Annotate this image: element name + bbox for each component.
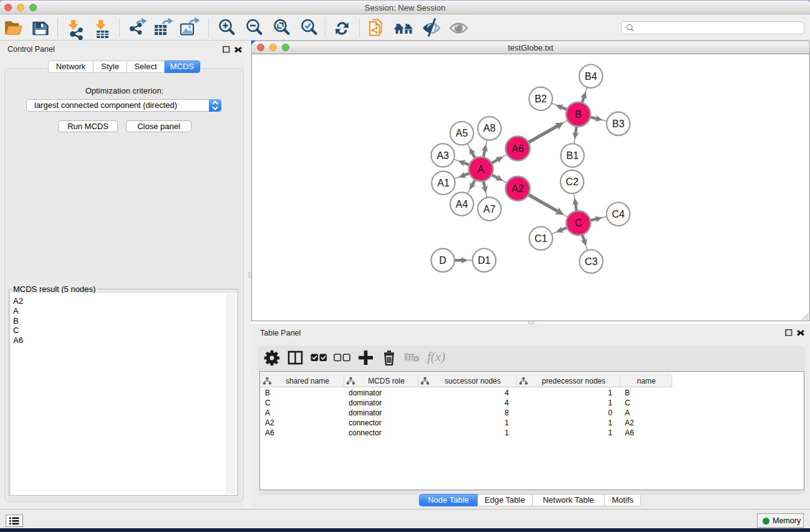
svg-text:A1: A1: [437, 178, 450, 188]
svg-text:B3: B3: [612, 118, 625, 129]
svg-text:C4: C4: [612, 209, 625, 220]
svg-text:C3: C3: [585, 256, 598, 267]
svg-text:A6: A6: [512, 143, 524, 154]
svg-text:D1: D1: [478, 255, 491, 266]
svg-text:A3: A3: [436, 150, 449, 161]
svg-text:C: C: [575, 218, 582, 228]
svg-text:A5: A5: [456, 128, 468, 138]
svg-text:D: D: [439, 255, 446, 266]
svg-text:A7: A7: [483, 204, 496, 215]
svg-text:B4: B4: [585, 71, 597, 82]
svg-text:A: A: [478, 164, 485, 175]
svg-text:A2: A2: [512, 183, 524, 194]
svg-text:B: B: [575, 109, 582, 120]
svg-text:C2: C2: [566, 177, 579, 187]
svg-text:C1: C1: [534, 233, 547, 244]
svg-text:B2: B2: [534, 94, 547, 104]
svg-text:A8: A8: [483, 123, 496, 133]
svg-text:B1: B1: [566, 150, 579, 161]
svg-text:A4: A4: [456, 199, 468, 210]
